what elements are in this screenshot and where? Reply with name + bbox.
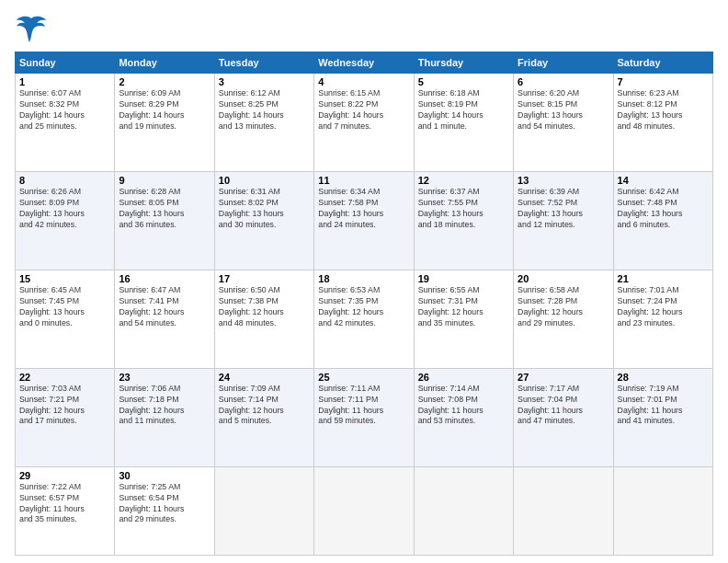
day-number: 30 (119, 470, 210, 481)
day-detail: Sunrise: 6:20 AM Sunset: 8:15 PM Dayligh… (518, 88, 609, 132)
calendar-cell: 17Sunrise: 6:50 AM Sunset: 7:38 PM Dayli… (214, 270, 313, 368)
calendar-cell: 16Sunrise: 6:47 AM Sunset: 7:41 PM Dayli… (115, 270, 214, 368)
calendar-cell: 5Sunrise: 6:18 AM Sunset: 8:19 PM Daylig… (414, 74, 513, 172)
day-number: 22 (19, 372, 110, 383)
calendar-cell: 27Sunrise: 7:17 AM Sunset: 7:04 PM Dayli… (514, 368, 613, 466)
header-wednesday: Wednesday (314, 52, 414, 74)
day-detail: Sunrise: 6:39 AM Sunset: 7:52 PM Dayligh… (518, 187, 609, 231)
day-number: 29 (19, 470, 110, 481)
day-detail: Sunrise: 6:53 AM Sunset: 7:35 PM Dayligh… (318, 285, 409, 329)
header-saturday: Saturday (613, 52, 712, 74)
day-number: 11 (318, 175, 409, 186)
calendar-cell: 8Sunrise: 6:26 AM Sunset: 8:09 PM Daylig… (16, 171, 115, 270)
day-detail: Sunrise: 6:18 AM Sunset: 8:19 PM Dayligh… (418, 88, 509, 132)
calendar-cell: 11Sunrise: 6:34 AM Sunset: 7:58 PM Dayli… (314, 171, 414, 270)
calendar-cell: 18Sunrise: 6:53 AM Sunset: 7:35 PM Dayli… (314, 270, 414, 368)
day-number: 12 (418, 175, 509, 186)
day-number: 1 (19, 76, 110, 87)
day-detail: Sunrise: 6:07 AM Sunset: 8:32 PM Dayligh… (19, 88, 110, 132)
day-detail: Sunrise: 6:47 AM Sunset: 7:41 PM Dayligh… (119, 285, 210, 329)
calendar-week-5: 29Sunrise: 7:22 AM Sunset: 6:57 PM Dayli… (16, 466, 713, 555)
calendar-cell: 30Sunrise: 7:25 AM Sunset: 6:54 PM Dayli… (115, 466, 214, 555)
day-detail: Sunrise: 7:06 AM Sunset: 7:18 PM Dayligh… (119, 384, 210, 428)
day-detail: Sunrise: 6:26 AM Sunset: 8:09 PM Dayligh… (19, 187, 110, 231)
day-number: 27 (518, 372, 609, 383)
calendar-header-row: SundayMondayTuesdayWednesdayThursdayFrid… (16, 52, 713, 74)
day-detail: Sunrise: 6:12 AM Sunset: 8:25 PM Dayligh… (219, 88, 310, 132)
day-number: 8 (19, 175, 110, 186)
day-number: 5 (418, 76, 509, 87)
calendar-cell: 21Sunrise: 7:01 AM Sunset: 7:24 PM Dayli… (613, 270, 712, 368)
day-detail: Sunrise: 6:34 AM Sunset: 7:58 PM Dayligh… (318, 187, 409, 231)
day-detail: Sunrise: 6:58 AM Sunset: 7:28 PM Dayligh… (518, 285, 609, 329)
calendar-cell: 10Sunrise: 6:31 AM Sunset: 8:02 PM Dayli… (214, 171, 313, 270)
day-number: 20 (518, 273, 609, 284)
day-number: 24 (219, 372, 310, 383)
day-detail: Sunrise: 6:31 AM Sunset: 8:02 PM Dayligh… (219, 187, 310, 231)
day-detail: Sunrise: 7:09 AM Sunset: 7:14 PM Dayligh… (219, 384, 310, 428)
logo-icon (15, 11, 48, 44)
day-number: 7 (618, 76, 709, 87)
day-number: 13 (518, 175, 609, 186)
day-detail: Sunrise: 6:55 AM Sunset: 7:31 PM Dayligh… (418, 285, 509, 329)
day-number: 25 (318, 372, 409, 383)
calendar-cell (613, 466, 712, 555)
calendar-week-1: 1Sunrise: 6:07 AM Sunset: 8:32 PM Daylig… (16, 74, 713, 172)
calendar-cell: 6Sunrise: 6:20 AM Sunset: 8:15 PM Daylig… (514, 74, 613, 172)
calendar-cell: 29Sunrise: 7:22 AM Sunset: 6:57 PM Dayli… (16, 466, 115, 555)
day-detail: Sunrise: 6:15 AM Sunset: 8:22 PM Dayligh… (318, 88, 409, 132)
day-number: 10 (219, 175, 310, 186)
header-sunday: Sunday (16, 52, 115, 74)
calendar-cell: 12Sunrise: 6:37 AM Sunset: 7:55 PM Dayli… (414, 171, 513, 270)
calendar-cell (514, 466, 613, 555)
calendar-cell: 14Sunrise: 6:42 AM Sunset: 7:48 PM Dayli… (613, 171, 712, 270)
calendar-cell: 28Sunrise: 7:19 AM Sunset: 7:01 PM Dayli… (613, 368, 712, 466)
day-detail: Sunrise: 6:23 AM Sunset: 8:12 PM Dayligh… (618, 88, 709, 132)
calendar-cell: 4Sunrise: 6:15 AM Sunset: 8:22 PM Daylig… (314, 74, 414, 172)
day-number: 2 (119, 76, 210, 87)
day-number: 15 (19, 273, 110, 284)
day-number: 19 (418, 273, 509, 284)
day-detail: Sunrise: 7:17 AM Sunset: 7:04 PM Dayligh… (518, 384, 609, 428)
day-detail: Sunrise: 7:22 AM Sunset: 6:57 PM Dayligh… (19, 482, 110, 526)
calendar-cell (314, 466, 414, 555)
calendar-cell (214, 466, 313, 555)
calendar-cell: 25Sunrise: 7:11 AM Sunset: 7:11 PM Dayli… (314, 368, 414, 466)
calendar-week-2: 8Sunrise: 6:26 AM Sunset: 8:09 PM Daylig… (16, 171, 713, 270)
calendar-cell: 22Sunrise: 7:03 AM Sunset: 7:21 PM Dayli… (16, 368, 115, 466)
day-number: 18 (318, 273, 409, 284)
header-thursday: Thursday (414, 52, 513, 74)
calendar-cell: 1Sunrise: 6:07 AM Sunset: 8:32 PM Daylig… (16, 74, 115, 172)
header-tuesday: Tuesday (214, 52, 313, 74)
day-number: 23 (119, 372, 210, 383)
day-detail: Sunrise: 6:45 AM Sunset: 7:45 PM Dayligh… (19, 285, 110, 329)
day-detail: Sunrise: 7:11 AM Sunset: 7:11 PM Dayligh… (318, 384, 409, 428)
calendar-cell: 13Sunrise: 6:39 AM Sunset: 7:52 PM Dayli… (514, 171, 613, 270)
calendar-cell: 9Sunrise: 6:28 AM Sunset: 8:05 PM Daylig… (115, 171, 214, 270)
day-detail: Sunrise: 7:03 AM Sunset: 7:21 PM Dayligh… (19, 384, 110, 428)
calendar-cell: 24Sunrise: 7:09 AM Sunset: 7:14 PM Dayli… (214, 368, 313, 466)
day-number: 4 (318, 76, 409, 87)
day-detail: Sunrise: 7:25 AM Sunset: 6:54 PM Dayligh… (119, 482, 210, 526)
day-detail: Sunrise: 6:37 AM Sunset: 7:55 PM Dayligh… (418, 187, 509, 231)
calendar-cell: 19Sunrise: 6:55 AM Sunset: 7:31 PM Dayli… (414, 270, 513, 368)
calendar-cell: 7Sunrise: 6:23 AM Sunset: 8:12 PM Daylig… (613, 74, 712, 172)
day-number: 21 (618, 273, 709, 284)
day-detail: Sunrise: 6:09 AM Sunset: 8:29 PM Dayligh… (119, 88, 210, 132)
day-detail: Sunrise: 7:01 AM Sunset: 7:24 PM Dayligh… (618, 285, 709, 329)
calendar-cell: 23Sunrise: 7:06 AM Sunset: 7:18 PM Dayli… (115, 368, 214, 466)
calendar-cell: 20Sunrise: 6:58 AM Sunset: 7:28 PM Dayli… (514, 270, 613, 368)
day-number: 9 (119, 175, 210, 186)
calendar-week-3: 15Sunrise: 6:45 AM Sunset: 7:45 PM Dayli… (16, 270, 713, 368)
day-detail: Sunrise: 7:19 AM Sunset: 7:01 PM Dayligh… (618, 384, 709, 428)
calendar-cell (414, 466, 513, 555)
calendar-cell: 26Sunrise: 7:14 AM Sunset: 7:08 PM Dayli… (414, 368, 513, 466)
logo (15, 11, 51, 44)
day-number: 26 (418, 372, 509, 383)
calendar-cell: 15Sunrise: 6:45 AM Sunset: 7:45 PM Dayli… (16, 270, 115, 368)
calendar-week-4: 22Sunrise: 7:03 AM Sunset: 7:21 PM Dayli… (16, 368, 713, 466)
day-detail: Sunrise: 6:28 AM Sunset: 8:05 PM Dayligh… (119, 187, 210, 231)
day-number: 14 (618, 175, 709, 186)
header (15, 11, 713, 44)
day-number: 28 (618, 372, 709, 383)
